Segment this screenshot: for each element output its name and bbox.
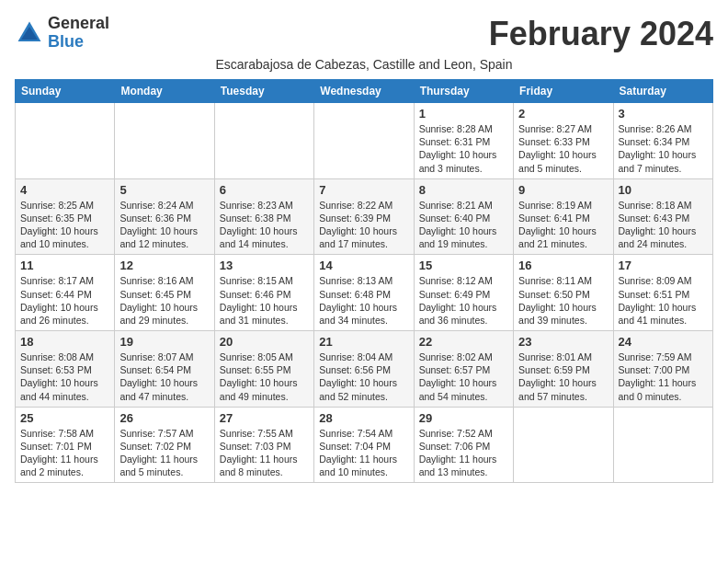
day-number: 10 [619,183,708,197]
day-number: 14 [319,259,408,272]
day-number: 20 [220,335,309,349]
calendar-cell: 29Sunrise: 7:52 AM Sunset: 7:06 PM Dayli… [414,407,513,483]
day-number: 3 [619,107,708,121]
subtitle: Escarabajosa de Cabezas, Castille and Le… [15,57,713,72]
calendar-cell [613,407,712,483]
day-of-week-header: Tuesday [214,80,313,103]
day-of-week-header: Monday [115,80,214,103]
day-info: Sunrise: 7:59 AM Sunset: 7:00 PM Dayligh… [619,350,708,403]
logo-general-text: General [48,15,109,33]
calendar-cell: 24Sunrise: 7:59 AM Sunset: 7:00 PM Dayli… [613,331,712,408]
day-number: 1 [419,107,508,121]
calendar-cell: 22Sunrise: 8:02 AM Sunset: 6:57 PM Dayli… [414,331,513,408]
day-info: Sunrise: 8:07 AM Sunset: 6:54 PM Dayligh… [119,350,209,403]
day-info: Sunrise: 8:19 AM Sunset: 6:41 PM Dayligh… [518,199,608,251]
day-info: Sunrise: 8:05 AM Sunset: 6:55 PM Dayligh… [220,350,309,403]
day-info: Sunrise: 8:12 AM Sunset: 6:49 PM Dayligh… [419,274,508,327]
day-number: 16 [518,259,608,272]
day-info: Sunrise: 8:01 AM Sunset: 6:59 PM Dayligh… [518,350,608,403]
calendar-week-row: 1Sunrise: 8:28 AM Sunset: 6:31 PM Daylig… [16,103,713,179]
calendar-cell: 15Sunrise: 8:12 AM Sunset: 6:49 PM Dayli… [414,255,513,331]
calendar-cell: 20Sunrise: 8:05 AM Sunset: 6:55 PM Dayli… [214,331,313,408]
day-number: 11 [20,259,109,272]
calendar-cell: 17Sunrise: 8:09 AM Sunset: 6:51 PM Dayli… [613,255,712,331]
day-info: Sunrise: 8:23 AM Sunset: 6:38 PM Dayligh… [220,199,309,251]
calendar-cell: 26Sunrise: 7:57 AM Sunset: 7:02 PM Dayli… [115,407,214,483]
calendar-cell [115,103,214,179]
day-number: 12 [119,259,209,272]
calendar-cell [16,103,115,179]
day-number: 2 [518,107,608,121]
month-title: February 2024 [489,15,713,53]
day-info: Sunrise: 8:17 AM Sunset: 6:44 PM Dayligh… [20,274,109,327]
day-info: Sunrise: 8:09 AM Sunset: 6:51 PM Dayligh… [619,274,708,327]
day-info: Sunrise: 7:52 AM Sunset: 7:06 PM Dayligh… [419,427,508,479]
day-info: Sunrise: 7:57 AM Sunset: 7:02 PM Dayligh… [119,427,209,479]
header: General Blue February 2024 [15,15,713,53]
day-of-week-header: Friday [514,80,613,103]
day-info: Sunrise: 8:21 AM Sunset: 6:40 PM Dayligh… [419,199,508,251]
day-info: Sunrise: 8:25 AM Sunset: 6:35 PM Dayligh… [20,199,109,251]
calendar-cell: 3Sunrise: 8:26 AM Sunset: 6:34 PM Daylig… [613,103,712,179]
day-info: Sunrise: 8:11 AM Sunset: 6:50 PM Dayligh… [518,274,608,327]
day-info: Sunrise: 8:22 AM Sunset: 6:39 PM Dayligh… [319,199,408,251]
day-number: 5 [119,183,209,197]
calendar-cell: 25Sunrise: 7:58 AM Sunset: 7:01 PM Dayli… [16,407,115,483]
calendar-cell: 23Sunrise: 8:01 AM Sunset: 6:59 PM Dayli… [514,331,613,408]
day-info: Sunrise: 8:18 AM Sunset: 6:43 PM Dayligh… [619,199,708,251]
calendar-week-row: 4Sunrise: 8:25 AM Sunset: 6:35 PM Daylig… [16,178,713,255]
calendar-cell [314,103,414,179]
logo: General Blue [15,15,109,52]
logo-icon [15,18,44,48]
day-info: Sunrise: 8:26 AM Sunset: 6:34 PM Dayligh… [619,122,708,175]
calendar-cell: 5Sunrise: 8:24 AM Sunset: 6:36 PM Daylig… [115,178,214,255]
day-number: 29 [419,411,508,425]
calendar-cell: 6Sunrise: 8:23 AM Sunset: 6:38 PM Daylig… [214,178,313,255]
calendar-week-row: 18Sunrise: 8:08 AM Sunset: 6:53 PM Dayli… [16,331,713,408]
calendar-cell: 14Sunrise: 8:13 AM Sunset: 6:48 PM Dayli… [314,255,414,331]
day-info: Sunrise: 8:27 AM Sunset: 6:33 PM Dayligh… [518,122,608,175]
day-number: 24 [619,335,708,349]
day-of-week-header: Saturday [613,80,712,103]
day-info: Sunrise: 7:55 AM Sunset: 7:03 PM Dayligh… [220,427,309,479]
logo-text: General Blue [48,15,109,52]
calendar-cell: 10Sunrise: 8:18 AM Sunset: 6:43 PM Dayli… [613,178,712,255]
day-info: Sunrise: 8:16 AM Sunset: 6:45 PM Dayligh… [119,274,209,327]
day-number: 27 [220,411,309,425]
calendar-cell [214,103,313,179]
day-info: Sunrise: 8:24 AM Sunset: 6:36 PM Dayligh… [119,199,209,251]
day-of-week-header: Wednesday [314,80,414,103]
calendar-cell: 7Sunrise: 8:22 AM Sunset: 6:39 PM Daylig… [314,178,414,255]
day-number: 21 [319,335,408,349]
day-number: 9 [518,183,608,197]
day-number: 13 [220,259,309,272]
day-number: 25 [20,411,109,425]
calendar-cell: 11Sunrise: 8:17 AM Sunset: 6:44 PM Dayli… [16,255,115,331]
calendar-cell: 2Sunrise: 8:27 AM Sunset: 6:33 PM Daylig… [514,103,613,179]
day-number: 17 [619,259,708,272]
calendar-cell: 12Sunrise: 8:16 AM Sunset: 6:45 PM Dayli… [115,255,214,331]
calendar-cell: 19Sunrise: 8:07 AM Sunset: 6:54 PM Dayli… [115,331,214,408]
day-number: 6 [220,183,309,197]
day-info: Sunrise: 7:58 AM Sunset: 7:01 PM Dayligh… [20,427,109,479]
day-number: 28 [319,411,408,425]
calendar-header-row: SundayMondayTuesdayWednesdayThursdayFrid… [16,80,713,103]
calendar-cell: 9Sunrise: 8:19 AM Sunset: 6:41 PM Daylig… [514,178,613,255]
calendar-week-row: 11Sunrise: 8:17 AM Sunset: 6:44 PM Dayli… [16,255,713,331]
calendar-cell: 16Sunrise: 8:11 AM Sunset: 6:50 PM Dayli… [514,255,613,331]
calendar-cell: 1Sunrise: 8:28 AM Sunset: 6:31 PM Daylig… [414,103,513,179]
day-info: Sunrise: 8:08 AM Sunset: 6:53 PM Dayligh… [20,350,109,403]
day-number: 8 [419,183,508,197]
day-info: Sunrise: 8:28 AM Sunset: 6:31 PM Dayligh… [419,122,508,175]
calendar-cell: 18Sunrise: 8:08 AM Sunset: 6:53 PM Dayli… [16,331,115,408]
day-number: 4 [20,183,109,197]
day-number: 18 [20,335,109,349]
calendar-cell: 27Sunrise: 7:55 AM Sunset: 7:03 PM Dayli… [214,407,313,483]
day-number: 7 [319,183,408,197]
calendar-cell [514,407,613,483]
calendar-cell: 28Sunrise: 7:54 AM Sunset: 7:04 PM Dayli… [314,407,414,483]
day-number: 22 [419,335,508,349]
day-number: 23 [518,335,608,349]
day-info: Sunrise: 8:15 AM Sunset: 6:46 PM Dayligh… [220,274,309,327]
day-number: 19 [119,335,209,349]
